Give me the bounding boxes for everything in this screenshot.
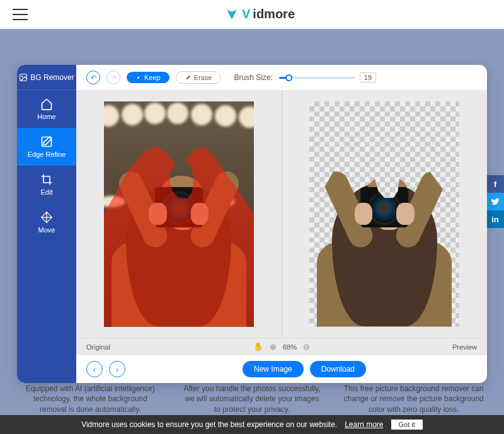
redo-button[interactable]: ↷ xyxy=(106,71,120,84)
footer-bar: ‹ › New Image Download xyxy=(76,355,487,383)
pan-icon[interactable]: ✋ xyxy=(253,342,263,351)
zoom-in-icon[interactable]: ⊕ xyxy=(270,342,277,351)
prev-button[interactable]: ‹ xyxy=(86,361,103,377)
cookie-banner: Vidmore uses cookies to ensure you get t… xyxy=(0,415,504,434)
original-image[interactable] xyxy=(104,101,254,327)
linkedin-icon[interactable]: in xyxy=(486,210,504,228)
cookie-accept-button[interactable]: Got it xyxy=(391,420,423,430)
edit-icon xyxy=(40,135,53,148)
keep-button[interactable]: Keep xyxy=(127,72,169,83)
brand-logo[interactable]: Vidmore xyxy=(28,7,491,22)
logo-icon xyxy=(224,7,239,22)
new-image-button[interactable]: New Image xyxy=(243,361,304,377)
original-label: Original xyxy=(86,343,217,351)
feature-a: Equipped with AI (artificial intelligenc… xyxy=(19,384,162,415)
sidebar-label: Edge Refine xyxy=(28,151,66,158)
feature-c: This free picture background remover can… xyxy=(342,384,485,415)
feature-b: After you handle the photos successfully… xyxy=(181,384,324,415)
learn-more-link[interactable]: Learn more xyxy=(345,420,383,429)
move-icon xyxy=(40,211,53,224)
sidebar-item-move[interactable]: Move xyxy=(17,203,76,241)
toolbar: ↶ ↷ Keep Erase Brush Size: 19 xyxy=(76,65,487,90)
zoom-level: 68% xyxy=(283,343,297,351)
cookie-text: Vidmore uses cookies to ensure you get t… xyxy=(81,420,337,429)
main-panel: ↶ ↷ Keep Erase Brush Size: 19 xyxy=(76,65,487,383)
social-bar: f in xyxy=(486,175,504,228)
erase-button[interactable]: Erase xyxy=(176,71,222,84)
brush-size-control: 19 xyxy=(279,72,376,83)
brush-slider[interactable] xyxy=(279,77,355,79)
sidebar-item-home[interactable]: Home xyxy=(17,90,76,128)
brush-size-value: 19 xyxy=(360,72,376,83)
brush-icon xyxy=(135,74,142,81)
next-button[interactable]: › xyxy=(109,361,125,377)
sidebar-label: Home xyxy=(37,113,55,120)
app-title: BG Remover xyxy=(17,65,76,90)
status-bar: Original ✋ ⊕ 68% ⊖ Preview xyxy=(76,338,487,355)
sidebar-label: Edit xyxy=(41,188,53,196)
sidebar: BG Remover Home Edge Refine Edit Move xyxy=(17,65,76,383)
brush-size-label: Brush Size: xyxy=(234,73,272,82)
undo-button[interactable]: ↶ xyxy=(86,71,100,84)
canvas-area xyxy=(76,90,487,338)
sidebar-label: Move xyxy=(38,226,55,234)
home-icon xyxy=(40,98,53,110)
preview-panel xyxy=(282,90,488,338)
image-icon xyxy=(19,73,28,82)
bg-remover-app: BG Remover Home Edge Refine Edit Move ↶ … xyxy=(17,65,487,383)
preview-label: Preview xyxy=(346,343,477,351)
feature-row: Equipped with AI (artificial intelligenc… xyxy=(19,384,485,415)
sidebar-item-edge-refine[interactable]: Edge Refine xyxy=(17,128,76,166)
crop-icon xyxy=(40,173,53,186)
download-button[interactable]: Download xyxy=(310,361,366,377)
preview-image[interactable] xyxy=(309,101,459,327)
sidebar-item-edit[interactable]: Edit xyxy=(17,166,76,203)
original-panel xyxy=(76,90,282,338)
menu-icon[interactable] xyxy=(13,9,28,20)
eraser-icon xyxy=(185,74,192,81)
zoom-out-icon[interactable]: ⊖ xyxy=(303,342,310,351)
svg-point-1 xyxy=(21,76,23,77)
facebook-icon[interactable]: f xyxy=(486,175,504,193)
twitter-icon[interactable] xyxy=(486,193,504,210)
page-header: Vidmore xyxy=(0,0,504,29)
